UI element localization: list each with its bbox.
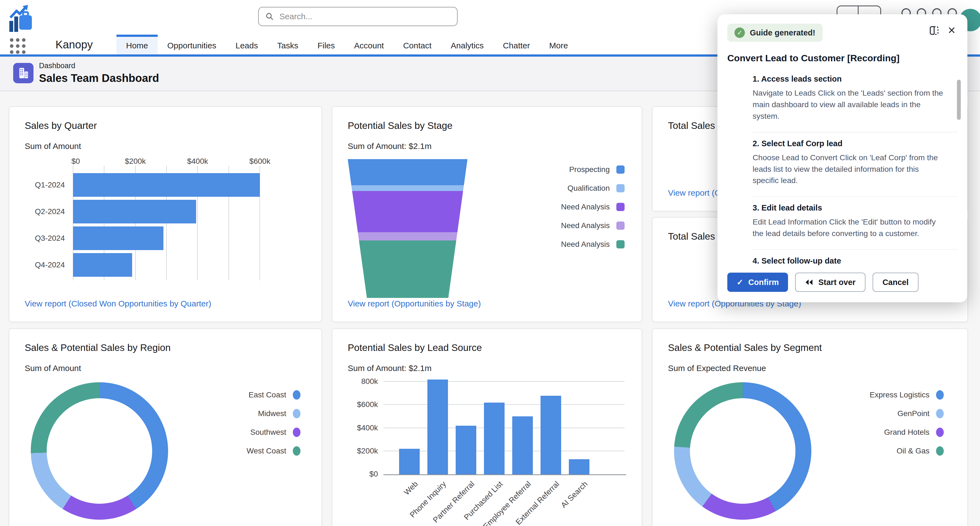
card-subtitle: Sum of Amount: [25, 142, 306, 151]
step-title: 4. Select follow-up date: [752, 257, 958, 265]
bar: [512, 416, 533, 474]
bar: [456, 426, 476, 474]
bar: [541, 396, 561, 474]
card-subtitle: Sum of Amount: $2.1m: [348, 363, 626, 373]
y-axis-label: $200k: [348, 446, 378, 455]
legend-swatch: [936, 409, 944, 418]
tab-contact[interactable]: Contact: [394, 35, 441, 54]
step-title: 1. Access leads section: [752, 75, 958, 84]
tab-files[interactable]: Files: [308, 35, 344, 54]
legend-item: Oil & Gas: [828, 442, 944, 460]
dashboard-icon: [13, 63, 33, 83]
step-title: 2. Select Leaf Corp lead: [752, 139, 958, 148]
legend-item: GenPoint: [828, 404, 944, 423]
tab-analytics[interactable]: Analytics: [441, 35, 493, 54]
bar: [73, 253, 132, 277]
legend-swatch: [293, 409, 301, 418]
card-lead-source: Potential Sales by Lead Source Sum of Am…: [332, 328, 642, 526]
view-report-link[interactable]: View report (Closed Won Opportunities by…: [25, 299, 306, 308]
category-label: AI Search: [559, 480, 589, 510]
view-report-link[interactable]: View report (Opportunities by Stage): [348, 299, 626, 308]
funnel: [348, 159, 468, 298]
card-subtitle: Sum of Amount: $2.1m: [348, 142, 626, 151]
guide-step: 2. Select Leaf Corp leadChoose Lead to C…: [752, 132, 958, 196]
bar: [73, 200, 196, 223]
funnel-segment: [348, 185, 468, 191]
region-legend: East CoastMidwestSouthwestWest Coast: [185, 386, 301, 520]
legend-label: Midwest: [258, 409, 286, 418]
legend-swatch: [616, 203, 625, 211]
tab-account[interactable]: Account: [344, 35, 393, 54]
check-circle-icon: ✓: [735, 27, 745, 38]
step-description: Navigate to Leads Click on the 'Leads' s…: [752, 88, 946, 122]
rewind-icon: [805, 279, 813, 285]
legend-item: Express Logistics: [828, 386, 944, 404]
guide-title: Convert Lead to Customer [Recording]: [727, 53, 958, 64]
legend-label: Qualification: [568, 184, 610, 193]
tab-opportunities[interactable]: Opportunities: [158, 35, 226, 54]
bar: [73, 226, 164, 250]
bar: [569, 459, 589, 474]
close-icon[interactable]: ✕: [948, 26, 956, 35]
global-search[interactable]: [258, 7, 458, 26]
tab-leads[interactable]: Leads: [226, 35, 267, 54]
dock-panel-icon[interactable]: [928, 25, 940, 36]
card-sales-by-segment: Sales & Potential Sales by Segment Sum o…: [652, 328, 968, 526]
step-description: Choose Lead to Convert Click on 'Leaf Co…: [752, 152, 946, 186]
check-icon: ✓: [737, 277, 743, 287]
tab-tasks[interactable]: Tasks: [267, 35, 308, 54]
legend-swatch: [616, 166, 625, 174]
step-description: Set Follow-up Date Click on the date pic…: [752, 269, 946, 270]
legend-item: Southwest: [185, 423, 301, 442]
guide-steps: 1. Access leads sectionNavigate to Leads…: [727, 68, 958, 270]
legend-item: East Coast: [185, 386, 301, 404]
legend-item: Need Analysis: [500, 198, 625, 216]
guide-panel: ✕ ✓ Guide generated! Convert Lead to Cus…: [718, 14, 967, 302]
gridline: [383, 381, 625, 382]
legend-swatch: [293, 446, 301, 456]
start-over-button[interactable]: Start over: [795, 273, 865, 292]
legend-swatch: [936, 390, 944, 400]
app-name: Kanopy: [56, 38, 93, 51]
category-label: Q3-2024: [35, 234, 65, 243]
bar: [484, 403, 504, 474]
tab-more[interactable]: More: [539, 35, 578, 54]
legend-label: East Coast: [248, 391, 286, 399]
stage-funnel-chart: ProspectingQualificationNeed AnalysisNee…: [348, 159, 626, 298]
plot-area: 800k$600k$400k$200k$0: [383, 379, 626, 475]
segment-legend: Express LogisticsGenPointGrand HotelsOil…: [828, 386, 944, 520]
donut-region: [31, 382, 168, 520]
guide-actions: ✓ Confirm Start over Cancel: [727, 273, 958, 292]
legend-label: Southwest: [250, 428, 286, 437]
cancel-button[interactable]: Cancel: [873, 273, 918, 292]
card-sales-by-region: Sales & Potential Sales by Region Sum of…: [9, 328, 322, 526]
guide-step: 4. Select follow-up dateSet Follow-up Da…: [752, 249, 958, 270]
plot-area: Q1-2024Q2-2024Q3-2024Q4-2024: [73, 169, 260, 280]
legend-item: Prospecting: [500, 160, 625, 179]
bar-row: Q4-2024: [73, 253, 260, 277]
app-logo-icon: [8, 5, 36, 34]
category-label: Web: [402, 480, 419, 497]
guide-status-badge: ✓ Guide generated!: [727, 24, 822, 42]
quarter-bar-chart: $0$200k$400k$600kQ1-2024Q2-2024Q3-2024Q4…: [73, 157, 260, 280]
card-title: Sales & Potential Sales by Segment: [668, 342, 952, 353]
bar: [73, 173, 260, 197]
app-launcher-icon[interactable]: [10, 38, 25, 54]
legend-item: West Coast: [185, 442, 301, 460]
nav-tabs: HomeOpportunitiesLeadsTasksFilesAccountC…: [116, 35, 578, 54]
guide-step: 1. Access leads sectionNavigate to Leads…: [752, 68, 958, 132]
search-input[interactable]: [279, 11, 450, 21]
tab-chatter[interactable]: Chatter: [493, 35, 539, 54]
y-axis-label: $400k: [348, 424, 378, 432]
scrollbar-thumb[interactable]: [957, 80, 961, 120]
step-description: Edit Lead Information Click the 'Edit' b…: [752, 216, 946, 239]
tab-home[interactable]: Home: [116, 35, 158, 54]
confirm-button[interactable]: ✓ Confirm: [727, 273, 788, 292]
card-subtitle: Sum of Amount: [25, 363, 306, 373]
funnel-segment: [348, 191, 468, 232]
legend-label: West Coast: [247, 446, 286, 455]
bar-row: Q2-2024: [73, 200, 260, 223]
card-potential-sales-by-stage: Potential Sales by Stage Sum of Amount: …: [332, 106, 642, 322]
card-title: Potential Sales by Lead Source: [348, 342, 626, 353]
legend-swatch: [616, 222, 625, 230]
